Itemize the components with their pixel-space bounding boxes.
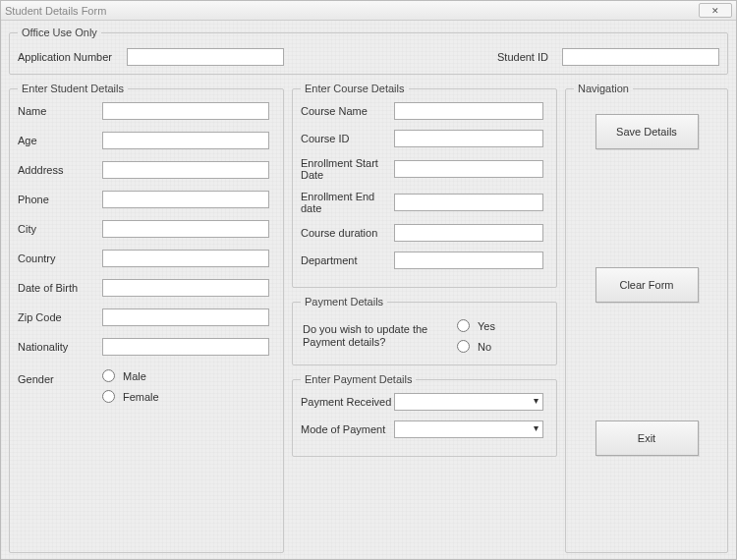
student-details-legend: Enter Student Details [18, 83, 128, 94]
exit-button[interactable]: Exit [595, 420, 699, 456]
department-label: Department [301, 254, 394, 266]
student-id-input[interactable] [562, 48, 719, 66]
payment-details-group: Enter Payment Details Payment Received M… [292, 373, 557, 457]
nationality-label: Nationality [18, 341, 102, 353]
payq-yes-option[interactable]: Yes [457, 319, 495, 332]
enroll-start-input[interactable] [394, 160, 543, 178]
office-use-legend: Office Use Only [18, 27, 101, 38]
dob-label: Date of Birth [18, 282, 102, 294]
enroll-end-label: Enrollment End date [301, 191, 394, 214]
payment-question-group: Payment Details Do you wish to update th… [292, 296, 557, 365]
payq-yes-label: Yes [478, 320, 495, 332]
payment-question-text: Do you wish to update the Payment detail… [303, 323, 445, 349]
department-input[interactable] [394, 252, 543, 269]
enroll-start-label: Enrollment Start Date [301, 157, 394, 181]
titlebar: Student Details Form ✕ [1, 1, 736, 21]
course-name-input[interactable] [394, 102, 543, 120]
window-title: Student Details Form [5, 5, 699, 17]
age-input[interactable] [102, 132, 269, 149]
mode-of-payment-label: Mode of Payment [301, 423, 394, 435]
payq-no-radio[interactable] [457, 340, 470, 353]
close-icon: ✕ [711, 6, 719, 16]
enroll-end-input[interactable] [394, 194, 543, 211]
application-number-label: Application Number [18, 51, 121, 63]
office-use-group: Office Use Only Application Number Stude… [9, 27, 728, 75]
nationality-input[interactable] [102, 338, 269, 356]
name-label: Name [18, 105, 102, 117]
app-window: Student Details Form ✕ Office Use Only A… [0, 0, 737, 560]
course-id-label: Course ID [301, 133, 394, 144]
country-input[interactable] [102, 250, 269, 267]
gender-male-radio[interactable] [102, 369, 115, 382]
course-details-group: Enter Course Details Course Name Course … [292, 83, 557, 288]
mode-of-payment-select[interactable] [394, 420, 543, 438]
payq-no-label: No [478, 341, 491, 353]
address-input[interactable] [102, 161, 269, 179]
application-number-input[interactable] [127, 48, 284, 66]
save-details-button[interactable]: Save Details [595, 114, 699, 149]
gender-female-label: Female [123, 391, 159, 403]
course-id-input[interactable] [394, 130, 543, 147]
clear-form-button[interactable]: Clear Form [595, 267, 699, 303]
country-label: Country [18, 252, 102, 264]
gender-male-label: Male [123, 370, 146, 382]
gender-female-radio[interactable] [102, 390, 115, 403]
city-input[interactable] [102, 220, 269, 238]
payment-details-legend: Enter Payment Details [301, 373, 416, 385]
payment-received-label: Payment Received [301, 396, 394, 408]
gender-label: Gender [18, 367, 102, 385]
zip-label: Zip Code [18, 311, 102, 323]
student-id-label: Student ID [497, 51, 556, 63]
navigation-legend: Navigation [574, 83, 633, 94]
phone-input[interactable] [102, 191, 269, 208]
student-details-group: Enter Student Details Name Age Adddress [9, 83, 284, 553]
form-body: Office Use Only Application Number Stude… [1, 21, 736, 559]
payq-yes-radio[interactable] [457, 319, 470, 332]
name-input[interactable] [102, 102, 269, 120]
phone-label: Phone [18, 194, 102, 205]
gender-male-option[interactable]: Male [102, 369, 159, 382]
payment-question-legend: Payment Details [301, 296, 387, 308]
payment-received-select[interactable] [394, 393, 543, 411]
course-name-label: Course Name [301, 105, 394, 117]
address-label: Adddress [18, 164, 102, 176]
course-duration-label: Course duration [301, 227, 394, 239]
age-label: Age [18, 135, 102, 146]
zip-input[interactable] [102, 308, 269, 326]
gender-female-option[interactable]: Female [102, 390, 159, 403]
city-label: City [18, 223, 102, 235]
navigation-group: Navigation Save Details Clear Form Exit [565, 83, 728, 553]
course-details-legend: Enter Course Details [301, 83, 409, 94]
payq-no-option[interactable]: No [457, 340, 495, 353]
course-duration-input[interactable] [394, 224, 543, 242]
dob-input[interactable] [102, 279, 269, 297]
close-button[interactable]: ✕ [699, 3, 732, 18]
